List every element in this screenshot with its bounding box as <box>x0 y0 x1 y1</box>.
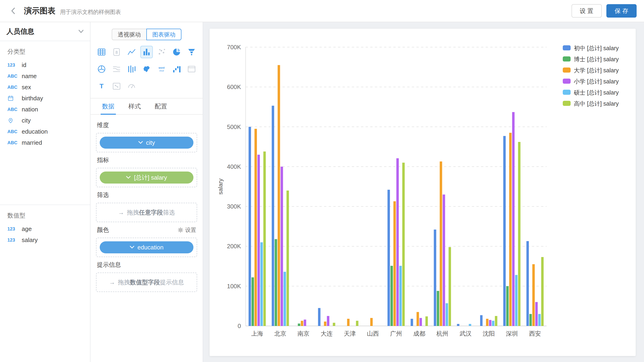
bar <box>417 312 419 326</box>
svg-text:500K: 500K <box>227 123 241 130</box>
bar <box>486 319 489 326</box>
bar <box>515 275 518 326</box>
bar <box>503 136 506 326</box>
field-item-city[interactable]: city <box>0 115 90 126</box>
svg-text:salary: salary <box>217 178 224 195</box>
parallel-chart-icon[interactable] <box>125 63 138 75</box>
field-item-sex[interactable]: ABCsex <box>0 82 90 93</box>
pie-chart-icon[interactable] <box>170 46 183 58</box>
field-type-number-icon: 123 <box>8 226 20 232</box>
field-item-birthday[interactable]: birthday <box>0 93 90 104</box>
mode-toggle: 透视驱动图表驱动 <box>90 29 203 40</box>
bar <box>286 191 289 326</box>
field-name: salary <box>22 237 38 244</box>
relation-chart-icon <box>110 80 123 92</box>
filters-dropzone[interactable]: → 拖拽任意字段筛选 <box>96 203 197 222</box>
bar <box>446 303 448 326</box>
field-item-salary[interactable]: 123salary <box>0 234 90 246</box>
bar <box>532 264 535 326</box>
pill-label: [总计] salary <box>134 173 167 182</box>
wordcloud-chart-icon[interactable]: wordcloud <box>155 63 168 75</box>
bar <box>469 324 471 326</box>
tab-config[interactable]: 配置 <box>148 98 174 114</box>
map-chart-icon[interactable] <box>140 63 153 75</box>
scorecard-icon: 8 <box>110 46 123 58</box>
field-item-age[interactable]: 123age <box>0 223 90 234</box>
svg-text:cloud: cloud <box>159 70 164 72</box>
metrics-dropzone[interactable]: [总计] salary <box>96 168 197 187</box>
dimensions-dropzone[interactable]: city <box>96 133 197 152</box>
bar <box>434 230 436 326</box>
field-type-string-icon: ABC <box>8 85 20 90</box>
legend-item[interactable]: 硕士 [总计] salary <box>563 89 619 96</box>
field-item-married[interactable]: ABCmarried <box>0 137 90 148</box>
chevron-down-icon <box>78 30 84 33</box>
svg-text:200K: 200K <box>227 243 241 250</box>
chart-type-grid: 8wordcloudT <box>90 45 203 98</box>
chevron-down-icon <box>126 176 131 179</box>
color-dropzone[interactable]: education <box>96 238 197 257</box>
bar <box>257 155 260 326</box>
chevron-down-icon <box>130 246 134 249</box>
mode-option-pivot[interactable]: 透视驱动 <box>112 29 147 40</box>
field-type-string-icon: ABC <box>8 129 20 134</box>
bar <box>541 257 544 326</box>
bar <box>278 65 280 326</box>
field-item-name[interactable]: ABCname <box>0 71 90 82</box>
legend-item[interactable]: 高中 [总计] salary <box>563 100 619 107</box>
field-type-string-icon: ABC <box>8 74 20 79</box>
mode-option-chart[interactable]: 图表驱动 <box>146 29 182 40</box>
field-name: age <box>22 225 32 233</box>
dataset-selector[interactable]: 人员信息 <box>0 22 90 41</box>
tooltip-dropzone[interactable]: → 拖拽数值型字段提示信息 <box>96 273 197 292</box>
field-name: id <box>22 62 26 69</box>
svg-text:初中 [总计] salary: 初中 [总计] salary <box>574 45 619 51</box>
bar <box>272 106 274 326</box>
bar <box>492 321 494 326</box>
metric-pill-salary[interactable]: [总计] salary <box>100 171 194 184</box>
svg-text:300K: 300K <box>227 203 241 210</box>
line-chart-icon[interactable] <box>125 46 138 58</box>
dimensions-label: 维度 <box>97 121 109 129</box>
tooltip-placeholder: → 拖拽数值型字段提示信息 <box>109 278 184 286</box>
text-icon[interactable]: T <box>95 80 108 92</box>
field-name: birthday <box>22 95 43 102</box>
bar <box>393 201 396 326</box>
back-button[interactable] <box>8 5 20 17</box>
waterfall-chart-icon[interactable] <box>170 63 183 75</box>
legend-item[interactable]: 大学 [总计] salary <box>563 67 619 74</box>
legend-item[interactable]: 博士 [总计] salary <box>563 56 619 62</box>
svg-text:山西: 山西 <box>367 330 379 337</box>
scatter-chart-icon <box>155 46 168 58</box>
field-item-education[interactable]: ABCeducation <box>0 126 90 137</box>
table-icon[interactable] <box>95 46 108 58</box>
tab-style[interactable]: 样式 <box>122 98 148 114</box>
dimension-pill-city[interactable]: city <box>100 137 194 149</box>
legend-item[interactable]: 初中 [总计] salary <box>563 45 619 51</box>
bar <box>370 318 373 326</box>
settings-button[interactable]: 设 置 <box>572 4 602 18</box>
color-settings-button[interactable]: 设置 <box>178 226 196 234</box>
svg-text:西安: 西安 <box>529 330 541 337</box>
tab-data[interactable]: 数据 <box>95 98 122 114</box>
funnel-chart-icon[interactable] <box>185 46 198 58</box>
field-item-id[interactable]: 123id <box>0 59 90 71</box>
field-list: 分类型123idABCnameABCsexbirthdayABCnationci… <box>0 41 90 246</box>
save-button[interactable]: 保 存 <box>606 4 636 18</box>
legend-item[interactable]: 小学 [总计] salary <box>563 78 619 85</box>
bar <box>518 142 520 326</box>
bar-chart-icon[interactable] <box>140 46 153 58</box>
field-name: city <box>22 117 31 124</box>
svg-text:杭州: 杭州 <box>436 330 448 337</box>
radar-chart-icon[interactable] <box>95 63 108 75</box>
chart-canvas: 0100K200K300K400K500K600K700Ksalary上海北京南… <box>203 22 644 362</box>
field-type-string-icon: ABC <box>8 107 20 112</box>
bar <box>529 314 532 326</box>
color-pill-education[interactable]: education <box>100 241 194 253</box>
bar <box>281 167 283 326</box>
gear-icon <box>178 227 183 233</box>
field-item-nation[interactable]: ABCnation <box>0 104 90 115</box>
bar <box>437 291 439 326</box>
bar-chart: 0100K200K300K400K500K600K700Ksalary上海北京南… <box>210 29 636 358</box>
top-bar: 演示图表 用于演示文档的样例图表 设 置 保 存 <box>0 0 644 22</box>
